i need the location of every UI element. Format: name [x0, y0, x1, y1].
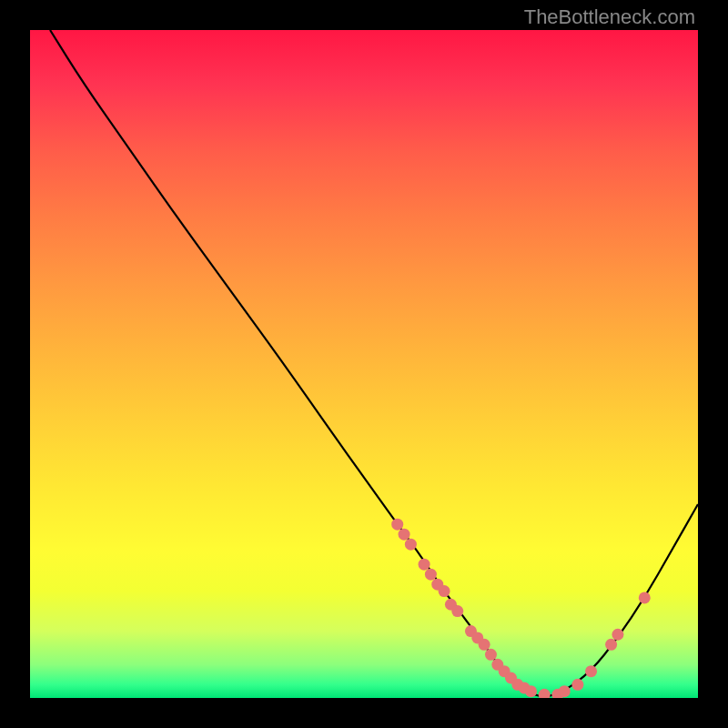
chart-container: TheBottleneck.com	[0, 0, 728, 728]
chart-svg	[30, 30, 698, 698]
scatter-point	[539, 689, 551, 698]
scatter-point	[605, 639, 617, 651]
bottleneck-curve-line	[50, 30, 698, 696]
scatter-point	[525, 685, 537, 697]
scatter-point	[485, 649, 497, 661]
scatter-point	[559, 685, 571, 697]
scatter-point	[419, 559, 430, 571]
scatter-point	[612, 629, 623, 641]
scatter-point	[451, 605, 463, 617]
curve-layer	[50, 30, 698, 696]
scatter-point	[425, 569, 437, 581]
scatter-point	[399, 529, 410, 541]
scatter-point	[585, 665, 597, 677]
scatter-point	[571, 679, 583, 691]
scatter-point	[439, 585, 450, 597]
scatter-points-layer	[391, 519, 651, 698]
scatter-point	[391, 519, 403, 531]
scatter-point	[479, 639, 490, 651]
scatter-point	[405, 539, 417, 551]
watermark-text: TheBottleneck.com	[524, 5, 695, 29]
scatter-point	[639, 592, 651, 603]
